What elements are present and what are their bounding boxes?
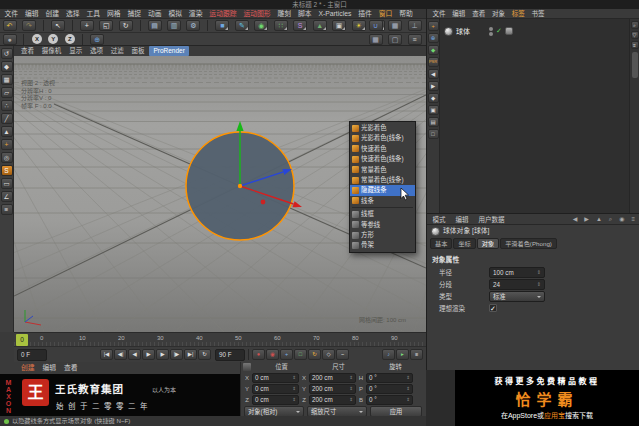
layout-icon[interactable]: ▢ — [388, 34, 402, 45]
viewport-solo-icon[interactable]: ◎ — [1, 152, 13, 163]
prev-frame-button[interactable]: ◀ — [128, 349, 141, 360]
goto-end-button[interactable]: ▶| — [184, 349, 197, 360]
camera-icon[interactable]: ▣ — [332, 20, 346, 31]
am-menu-icon[interactable]: ≡ — [630, 214, 636, 225]
menu-simulate[interactable]: 模拟 — [166, 9, 185, 19]
am-menu-userdata[interactable]: 用户数据 — [476, 214, 507, 225]
modeling-settings-icon[interactable]: ≡ — [1, 204, 13, 215]
ctx-item-box[interactable]: 方形 — [350, 230, 415, 240]
current-frame-marker[interactable]: 0 — [16, 334, 28, 346]
om-filter-icon[interactable]: ▽ — [631, 31, 639, 39]
render-perfect-checkbox[interactable]: ✓ — [489, 304, 497, 312]
menu-edit[interactable]: 编辑 — [22, 9, 41, 19]
enabled-check-icon[interactable]: ✓ — [496, 27, 502, 35]
menu-select[interactable]: 选择 — [63, 9, 82, 19]
make-editable-icon[interactable]: ↺ — [1, 48, 13, 59]
sound-toggle-button[interactable]: ♪ — [382, 349, 395, 360]
subdivision-surface-icon[interactable]: ◉ — [254, 20, 268, 31]
end-frame-field[interactable]: 90 F — [215, 349, 245, 361]
lock-y-button[interactable]: Y — [48, 34, 58, 44]
om-psr-icon[interactable]: PSR — [428, 57, 439, 67]
snap-magnet-icon[interactable]: ∪ — [369, 20, 383, 31]
am-search-icon[interactable]: ⌕ — [608, 214, 613, 225]
am-menu-edit[interactable]: 编辑 — [453, 214, 471, 225]
toolbar-menu-icon[interactable]: ≡ — [408, 34, 422, 45]
scrollbar-thumb[interactable] — [632, 52, 638, 78]
om-menu-view[interactable]: 查看 — [470, 9, 488, 19]
menu-mograph[interactable]: 运动图形 — [241, 9, 273, 19]
tab-prorender[interactable]: ProRender — [149, 46, 188, 56]
om-search-icon[interactable]: ⌕ — [631, 21, 639, 29]
workplane-mode-icon[interactable]: ▱ — [1, 87, 13, 98]
visibility-dot-render[interactable] — [489, 32, 493, 36]
am-menu-mode[interactable]: 模式 — [430, 214, 448, 225]
playback-rate-button[interactable]: ▸ — [396, 349, 409, 360]
tab-phong[interactable]: 平滑着色(Phong) — [500, 238, 557, 249]
ctx-item-constant-lines[interactable]: 常量着色(线条) — [350, 175, 415, 185]
am-forward-icon[interactable]: ▶ — [583, 214, 590, 225]
menu-xparticles[interactable]: X-Particles — [316, 9, 354, 19]
tab-basic[interactable]: 基本 — [430, 238, 452, 249]
om-list-icon[interactable]: ≡ — [631, 41, 639, 49]
size-z-field[interactable]: 200 cm — [309, 395, 356, 405]
coordinate-system-button[interactable]: ⊕ — [90, 34, 104, 45]
vp-menu-filter[interactable]: 过滤 — [108, 46, 127, 56]
position-z-field[interactable]: 0 cm — [252, 395, 299, 405]
ctx-item-quick-lines[interactable]: 快速着色(线条) — [350, 154, 415, 164]
rotate-tool-icon[interactable]: ↻ — [119, 20, 133, 31]
play-button[interactable]: ▶ — [142, 349, 155, 360]
timeline-ruler[interactable]: 0 0 10 20 30 40 50 60 70 80 90 — [14, 332, 426, 346]
menu-help[interactable]: 帮助 — [397, 9, 416, 19]
scale-tool-icon[interactable]: ◱ — [99, 20, 113, 31]
lock-x-button[interactable]: X — [32, 34, 42, 44]
object-row-sphere[interactable]: 球体 ✓ — [444, 25, 627, 37]
menu-create[interactable]: 创建 — [43, 9, 62, 19]
om-key-icon[interactable]: ◆ — [428, 93, 439, 103]
vp-menu-options[interactable]: 选项 — [87, 46, 106, 56]
prev-key-button[interactable]: ◀| — [114, 349, 127, 360]
menu-mesh[interactable]: 网格 — [104, 9, 123, 19]
om-menu-edit[interactable]: 编辑 — [450, 9, 468, 19]
workplane-lock-icon[interactable]: ▭ — [1, 178, 13, 189]
points-mode-icon[interactable]: ∴ — [1, 100, 13, 111]
ctx-item-constant[interactable]: 常量着色 — [350, 165, 415, 175]
next-frame-button[interactable]: ▶ — [156, 349, 169, 360]
om-menu-tags[interactable]: 标签 — [509, 9, 527, 19]
record-pla-button[interactable]: ~ — [336, 349, 349, 360]
render-view-icon[interactable]: ▤ — [148, 20, 162, 31]
lock-z-button[interactable]: Z — [65, 34, 75, 44]
size-x-field[interactable]: 200 cm — [309, 373, 356, 383]
om-menu-object[interactable]: 对象 — [489, 9, 507, 19]
record-position-button[interactable]: + — [280, 349, 293, 360]
am-back-icon[interactable]: ◀ — [572, 214, 579, 225]
polygons-mode-icon[interactable]: ▲ — [1, 126, 13, 137]
record-rotation-button[interactable]: ↻ — [308, 349, 321, 360]
live-selection-icon[interactable]: ↖ — [51, 20, 65, 31]
record-scale-button[interactable]: □ — [294, 349, 307, 360]
position-y-field[interactable]: 0 cm — [252, 384, 299, 394]
mat-menu-create[interactable]: 创建 — [18, 362, 38, 374]
spline-pen-icon[interactable]: ✎ — [235, 20, 249, 31]
record-parameter-button[interactable]: ◇ — [322, 349, 335, 360]
visibility-dot-editor[interactable] — [489, 27, 493, 31]
redo-icon[interactable]: ↷ — [22, 20, 36, 31]
ctx-item-gouraud[interactable]: 光影着色 — [350, 123, 415, 133]
ctx-item-quick[interactable]: 快速着色 — [350, 144, 415, 154]
tweak-tool-icon[interactable]: ● — [3, 34, 17, 45]
autokey-button[interactable]: ◉ — [266, 349, 279, 360]
deformer-icon[interactable]: S — [293, 20, 307, 31]
object-name[interactable]: 球体 — [456, 26, 470, 36]
vp-menu-display[interactable]: 显示 — [66, 46, 85, 56]
loop-button[interactable]: ↻ — [198, 349, 211, 360]
rotation-p-field[interactable]: 0 ° — [366, 384, 413, 394]
rotation-b-field[interactable]: 0 ° — [366, 395, 413, 405]
om-next-icon[interactable]: ▶ — [428, 81, 439, 91]
enable-axis-icon[interactable]: + — [1, 139, 13, 150]
om-film-icon[interactable]: ▤ — [428, 117, 439, 127]
record-keyframe-button[interactable]: ● — [252, 349, 265, 360]
menu-tools[interactable]: 工具 — [84, 9, 103, 19]
type-select[interactable]: 标准 — [489, 291, 545, 302]
om-menu-bookmarks[interactable]: 书签 — [529, 9, 547, 19]
om-prev-icon[interactable]: ◀ — [428, 69, 439, 79]
menu-snap[interactable]: 捕捉 — [125, 9, 144, 19]
